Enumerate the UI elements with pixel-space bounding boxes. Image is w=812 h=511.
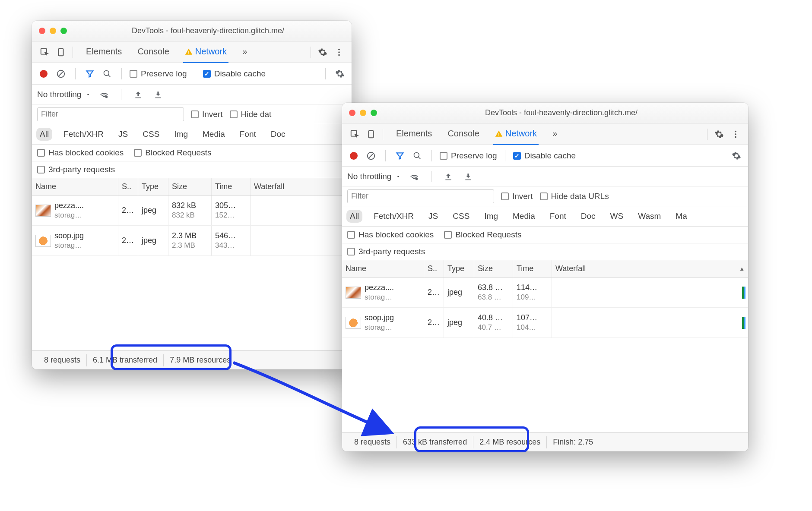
ftype-css[interactable]: CSS [139,128,163,141]
device-icon[interactable] [53,44,69,60]
ftype-fetch[interactable]: Fetch/XHR [60,128,107,141]
network-settings-icon[interactable] [333,67,346,80]
throttling-select[interactable]: No throttling [37,90,91,99]
tab-network[interactable]: Network [183,42,228,63]
close-button[interactable] [349,110,355,116]
ftype-img[interactable]: Img [171,128,191,141]
third-party-checkbox[interactable]: 3rd-party requests [347,247,425,256]
settings-icon[interactable] [314,44,331,60]
col-type[interactable]: Type [444,260,474,277]
ftype-all[interactable]: All [346,210,362,223]
ftype-media[interactable]: Media [199,128,228,141]
zoom-button[interactable] [371,110,377,116]
filter-icon[interactable] [393,149,406,162]
blocked-requests-checkbox[interactable]: Blocked Requests [134,148,211,158]
filter-input[interactable] [347,189,494,203]
col-status[interactable]: S.. [118,178,138,195]
col-time[interactable]: Time [212,178,251,195]
tab-console[interactable]: Console [446,124,481,145]
request-flags-row: Has blocked cookies Blocked Requests [32,145,352,161]
throttle-row: No throttling [342,167,748,186]
hide-data-urls-checkbox[interactable]: Hide data URLs [540,192,609,201]
window-controls [39,28,67,34]
filter-input[interactable] [37,107,184,121]
col-size[interactable]: Size [474,260,513,277]
ftype-doc[interactable]: Doc [577,210,599,223]
search-icon[interactable] [411,149,424,162]
ftype-js[interactable]: JS [115,128,131,141]
filter-icon[interactable] [83,67,96,80]
minimize-button[interactable] [50,28,56,34]
ftype-manifest[interactable]: Ma [672,210,690,223]
col-name[interactable]: Name [32,178,118,195]
tab-console[interactable]: Console [136,42,171,63]
third-party-checkbox[interactable]: 3rd-party requests [37,165,115,174]
tab-elements[interactable]: Elements [394,124,434,145]
network-conditions-icon[interactable] [98,88,111,101]
clear-icon[interactable] [54,67,67,80]
ftype-wasm[interactable]: Wasm [634,210,664,223]
ftype-all[interactable]: All [36,128,52,141]
ftype-css[interactable]: CSS [449,210,473,223]
tabs-overflow[interactable]: » [241,42,249,63]
minimize-button[interactable] [360,110,366,116]
preserve-log-checkbox[interactable]: Preserve log [130,69,187,79]
disable-cache-checkbox[interactable]: Disable cache [513,151,576,161]
col-size[interactable]: Size [168,178,212,195]
table-row[interactable]: soop.jpg storag… 2… jpeg 2.3 MB2.3 MB 54… [32,226,352,256]
ftype-img[interactable]: Img [481,210,501,223]
ftype-font[interactable]: Font [236,128,260,141]
table-row[interactable]: pezza.... storag… 2… jpeg 832 kB832 kB 3… [32,196,352,226]
throttling-select[interactable]: No throttling [347,172,401,181]
invert-checkbox[interactable]: Invert [191,110,223,119]
ftype-media[interactable]: Media [509,210,539,223]
network-settings-icon[interactable] [730,149,743,162]
upload-har-icon[interactable] [442,170,455,183]
ftype-js[interactable]: JS [425,210,441,223]
more-menu-icon[interactable] [331,44,347,60]
invert-checkbox[interactable]: Invert [501,192,533,201]
ftype-font[interactable]: Font [546,210,570,223]
has-blocked-cookies-checkbox[interactable]: Has blocked cookies [347,230,434,240]
zoom-button[interactable] [60,28,67,34]
more-menu-icon[interactable] [727,126,744,142]
col-name[interactable]: Name [342,260,424,277]
network-conditions-icon[interactable] [408,170,421,183]
device-icon[interactable] [363,126,379,142]
ftype-doc[interactable]: Doc [267,128,289,141]
record-button[interactable] [37,67,50,80]
col-waterfall[interactable]: Waterfall [251,178,352,195]
hide-data-urls-checkbox[interactable]: Hide dat [230,110,272,119]
search-icon[interactable] [101,67,114,80]
stat-resources: 7.9 MB resources [164,354,237,366]
preserve-log-checkbox[interactable]: Preserve log [440,151,497,161]
tab-network[interactable]: Network [493,124,539,145]
col-waterfall[interactable]: Waterfall▲ [552,260,748,277]
ftype-fetch[interactable]: Fetch/XHR [370,210,417,223]
tab-elements[interactable]: Elements [84,42,124,63]
svg-rect-2 [188,50,189,53]
inspect-icon[interactable] [36,44,53,60]
clear-icon[interactable] [365,149,377,162]
download-har-icon[interactable] [462,170,475,183]
blocked-requests-checkbox[interactable]: Blocked Requests [444,230,521,240]
record-button[interactable] [347,149,360,162]
download-har-icon[interactable] [152,88,165,101]
tabs-overflow[interactable]: » [551,124,559,145]
col-status[interactable]: S.. [424,260,444,277]
table-row[interactable]: pezza.... storag… 2… jpeg 63.8 …63.8 … 1… [342,278,748,308]
resource-type-filters: All Fetch/XHR JS CSS Img Media Font Doc … [342,206,748,227]
col-type[interactable]: Type [138,178,168,195]
disable-cache-checkbox[interactable]: Disable cache [203,69,266,79]
request-name: pezza.... [54,201,84,210]
close-button[interactable] [39,28,45,34]
table-row[interactable]: soop.jpg storag… 2… jpeg 40.8 …40.7 … 10… [342,308,748,338]
ftype-ws[interactable]: WS [607,210,627,223]
col-time[interactable]: Time [513,260,552,277]
titlebar: DevTools - foul-heavenly-direction.glitc… [32,21,352,41]
has-blocked-cookies-checkbox[interactable]: Has blocked cookies [37,148,124,158]
upload-har-icon[interactable] [132,88,145,101]
inspect-icon[interactable] [346,126,363,142]
svg-point-18 [735,136,736,138]
settings-icon[interactable] [711,126,727,142]
